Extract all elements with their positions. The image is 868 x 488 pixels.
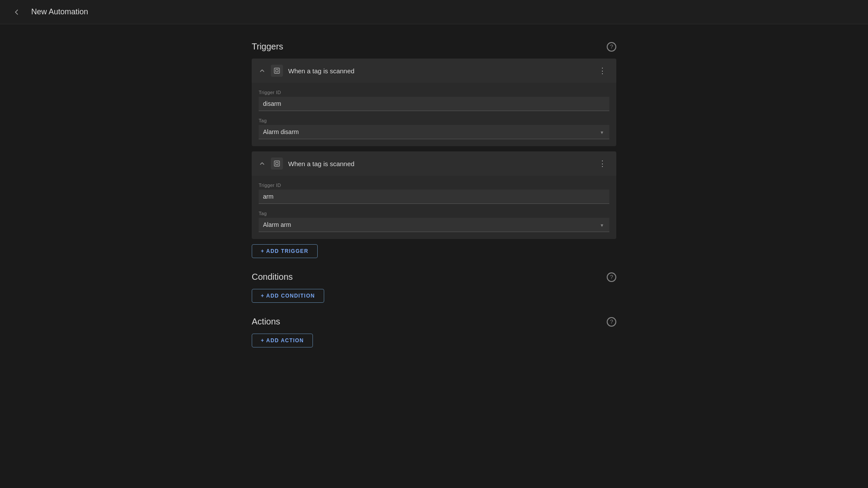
back-button[interactable] — [9, 4, 24, 20]
trigger-2-tag-label: Tag — [259, 211, 609, 216]
page-title: New Automation — [31, 7, 88, 16]
triggers-section: Triggers ? When a tag is scanned ⋮ — [252, 42, 616, 258]
actions-help-icon[interactable]: ? — [607, 317, 616, 327]
trigger-2-id-field: Trigger ID — [259, 183, 609, 204]
app-header: New Automation — [0, 0, 868, 24]
trigger-1-tag-field: Tag Alarm disarm — [259, 118, 609, 139]
trigger-2-tag-select-wrapper: Alarm arm — [259, 218, 609, 232]
trigger-card-2-header[interactable]: When a tag is scanned ⋮ — [252, 151, 616, 176]
trigger-1-label: When a tag is scanned — [288, 67, 595, 75]
trigger-1-id-input[interactable] — [259, 97, 609, 111]
trigger-1-type-icon — [271, 65, 283, 77]
svg-rect-3 — [276, 162, 278, 164]
trigger-1-body: Trigger ID Tag Alarm disarm — [252, 83, 616, 146]
trigger-2-tag-field: Tag Alarm arm — [259, 211, 609, 232]
actions-section-header: Actions ? — [252, 317, 616, 327]
trigger-1-collapse-button[interactable] — [259, 67, 266, 74]
trigger-2-body: Trigger ID Tag Alarm arm — [252, 176, 616, 239]
trigger-1-id-label: Trigger ID — [259, 90, 609, 95]
add-condition-button[interactable]: + ADD CONDITION — [252, 289, 324, 303]
trigger-1-tag-select[interactable]: Alarm disarm — [259, 125, 609, 139]
trigger-2-tag-select[interactable]: Alarm arm — [259, 218, 609, 232]
trigger-1-id-field: Trigger ID — [259, 90, 609, 111]
trigger-1-more-button[interactable]: ⋮ — [595, 64, 609, 78]
trigger-2-more-button[interactable]: ⋮ — [595, 157, 609, 170]
conditions-help-icon[interactable]: ? — [607, 272, 616, 282]
svg-rect-0 — [274, 68, 279, 73]
triggers-title: Triggers — [252, 42, 283, 52]
trigger-card-1-header[interactable]: When a tag is scanned ⋮ — [252, 59, 616, 83]
trigger-card-1: When a tag is scanned ⋮ Trigger ID Tag A… — [252, 59, 616, 146]
trigger-2-collapse-button[interactable] — [259, 160, 266, 167]
main-content: Triggers ? When a tag is scanned ⋮ — [0, 24, 868, 488]
trigger-1-tag-label: Tag — [259, 118, 609, 123]
add-trigger-button[interactable]: + ADD TRIGGER — [252, 244, 318, 258]
triggers-section-header: Triggers ? — [252, 42, 616, 52]
svg-rect-2 — [274, 161, 279, 166]
svg-rect-1 — [276, 69, 278, 72]
trigger-2-id-label: Trigger ID — [259, 183, 609, 188]
add-action-button[interactable]: + ADD ACTION — [252, 334, 313, 347]
trigger-2-type-icon — [271, 157, 283, 170]
conditions-title: Conditions — [252, 272, 293, 282]
trigger-1-tag-select-wrapper: Alarm disarm — [259, 125, 609, 139]
trigger-2-id-input[interactable] — [259, 190, 609, 204]
triggers-help-icon[interactable]: ? — [607, 42, 616, 52]
trigger-2-label: When a tag is scanned — [288, 160, 595, 167]
actions-title: Actions — [252, 317, 280, 327]
conditions-section-header: Conditions ? — [252, 272, 616, 282]
actions-section: Actions ? + ADD ACTION — [252, 317, 616, 347]
conditions-section: Conditions ? + ADD CONDITION — [252, 272, 616, 303]
trigger-card-2: When a tag is scanned ⋮ Trigger ID Tag A… — [252, 151, 616, 239]
